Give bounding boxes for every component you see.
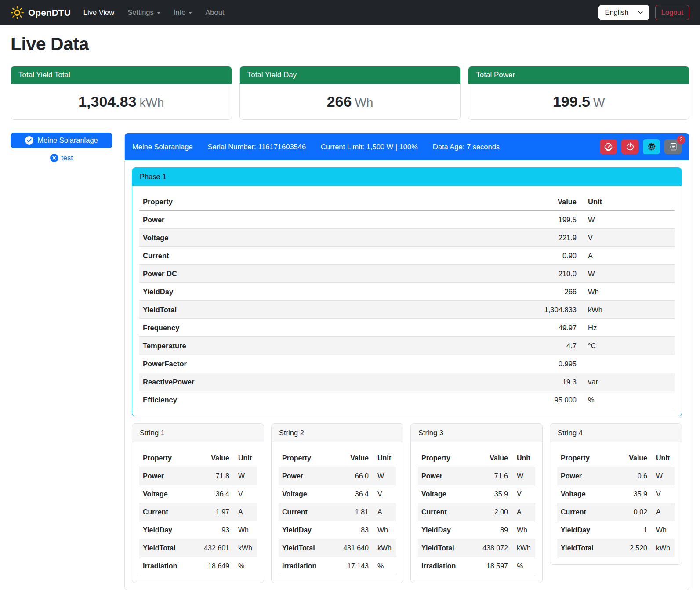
string-table: Property Value Unit Power	[418, 449, 535, 575]
column-header-value: Value	[470, 449, 511, 467]
value-cell: 0.02	[614, 503, 651, 521]
language-select[interactable]: English	[598, 5, 649, 20]
x-circle-icon	[50, 154, 58, 162]
chevron-down-icon	[157, 12, 160, 14]
column-header-property: Property	[139, 449, 192, 467]
inverter-header: Meine Solaranlage Serial Number: 1161716…	[125, 133, 689, 160]
property-cell: Irradiation	[139, 557, 192, 575]
nav-item-settings[interactable]: Settings	[121, 5, 167, 20]
limit-settings-button[interactable]	[600, 139, 617, 154]
inverter-body: Phase 1 Property Value Unit	[125, 160, 689, 590]
main-content: Live Data Total Yield Total 1,304.83kWh …	[0, 25, 700, 597]
nav-right: English Logout	[598, 5, 689, 20]
string-card-1: String 1 Property Value Unit	[132, 423, 264, 583]
value-cell: 35.9	[614, 485, 651, 503]
property-cell: Irradiation	[279, 557, 331, 575]
table-row: Irradiation 17.143 %	[279, 557, 396, 575]
summary-card-total-power: Total Power 199.5W	[468, 66, 689, 120]
property-cell: Voltage	[279, 485, 331, 503]
property-cell: Power	[557, 467, 614, 485]
brand-link[interactable]: OpenDTU	[11, 6, 71, 19]
value-cell: 0.995	[403, 355, 580, 373]
inverter-test-link[interactable]: test	[11, 154, 112, 162]
table-row: Voltage 36.4 V	[279, 485, 396, 503]
property-cell: Current	[139, 247, 403, 265]
string-card-2: String 2 Property Value Unit	[271, 423, 403, 583]
property-cell: Temperature	[139, 337, 403, 355]
inverter-select-button[interactable]: Meine Solaranlage	[11, 133, 112, 148]
unit-cell: Wh	[233, 521, 257, 539]
event-log-button[interactable]: 2	[664, 139, 682, 154]
language-value: English	[605, 8, 628, 17]
unit-cell: kWh	[651, 539, 675, 557]
string-table: Property Value Unit Power	[557, 449, 675, 557]
brand-label: OpenDTU	[28, 7, 71, 18]
summary-card-value: 266	[327, 93, 352, 110]
table-row: YieldTotal 1,304.833 kWh	[139, 301, 675, 319]
string-title: String 4	[550, 424, 682, 442]
power-control-button[interactable]	[621, 139, 638, 154]
value-cell: 0.90	[403, 247, 580, 265]
table-row: Voltage 36.4 V	[139, 485, 257, 503]
nav-item-about[interactable]: About	[199, 5, 231, 20]
unit-cell: A	[580, 247, 675, 265]
value-cell: 221.9	[403, 229, 580, 247]
page-title: Live Data	[11, 34, 689, 54]
table-row: Current 0.90 A	[139, 247, 675, 265]
value-cell: 71.6	[470, 467, 511, 485]
table-row: YieldTotal 431.640 kWh	[279, 539, 396, 557]
unit-cell: kWh	[511, 539, 535, 557]
table-row: Voltage 35.9 V	[418, 485, 535, 503]
inverter-card: Meine Solaranlage Serial Number: 1161716…	[124, 133, 689, 590]
nav-item-live-view[interactable]: Live View	[77, 5, 121, 20]
unit-cell: kWh	[372, 539, 396, 557]
table-row: Power 66.0 W	[279, 467, 396, 485]
column-header-property: Property	[279, 449, 331, 467]
table-row: YieldDay 93 Wh	[139, 521, 257, 539]
table-row: Power DC 210.0 W	[139, 265, 675, 283]
string-title: String 3	[411, 424, 542, 442]
unit-cell: %	[511, 557, 535, 575]
column-header-unit: Unit	[372, 449, 396, 467]
string-card-3: String 3 Property Value Unit	[410, 423, 543, 583]
unit-cell: %	[233, 557, 257, 575]
unit-cell: Hz	[580, 319, 675, 337]
column-header-unit: Unit	[511, 449, 535, 467]
device-info-button[interactable]	[643, 139, 660, 154]
property-cell: Power	[139, 467, 192, 485]
event-count-badge: 2	[677, 135, 685, 144]
summary-card-title: Total Yield Total	[11, 66, 232, 84]
unit-cell: V	[580, 229, 675, 247]
unit-cell: Wh	[580, 283, 675, 301]
property-cell: YieldDay	[139, 521, 192, 539]
table-row: Voltage 35.9 V	[557, 485, 675, 503]
nav-item-info[interactable]: Info	[167, 5, 199, 20]
summary-row: Total Yield Total 1,304.83kWh Total Yiel…	[11, 66, 689, 120]
column-header-property: Property	[418, 449, 470, 467]
property-cell: Power DC	[139, 265, 403, 283]
logout-button[interactable]: Logout	[655, 5, 689, 20]
value-cell: 89	[470, 521, 511, 539]
unit-cell: °C	[580, 337, 675, 355]
property-cell: YieldDay	[557, 521, 614, 539]
table-row: Voltage 221.9 V	[139, 229, 675, 247]
value-cell: 2.00	[470, 503, 511, 521]
value-cell: 432.601	[192, 539, 233, 557]
property-cell: ReactivePower	[139, 373, 403, 391]
value-cell: 18.649	[192, 557, 233, 575]
string-title: String 1	[132, 424, 264, 442]
property-cell: PowerFactor	[139, 355, 403, 373]
table-row: YieldTotal 2.520 kWh	[557, 539, 675, 557]
column-header-unit: Unit	[580, 193, 675, 211]
value-cell: 35.9	[470, 485, 511, 503]
value-cell: 17.143	[331, 557, 372, 575]
check-circle-icon	[25, 136, 33, 145]
summary-card-value: 199.5	[553, 93, 590, 110]
phase-card: Phase 1 Property Value Unit	[132, 167, 682, 416]
chevron-down-icon	[189, 12, 192, 14]
property-cell: Power	[139, 211, 403, 229]
column-header-value: Value	[614, 449, 651, 467]
nav-links: Live View Settings Info About	[77, 5, 231, 20]
value-cell: 1	[614, 521, 651, 539]
value-cell: 0.6	[614, 467, 651, 485]
